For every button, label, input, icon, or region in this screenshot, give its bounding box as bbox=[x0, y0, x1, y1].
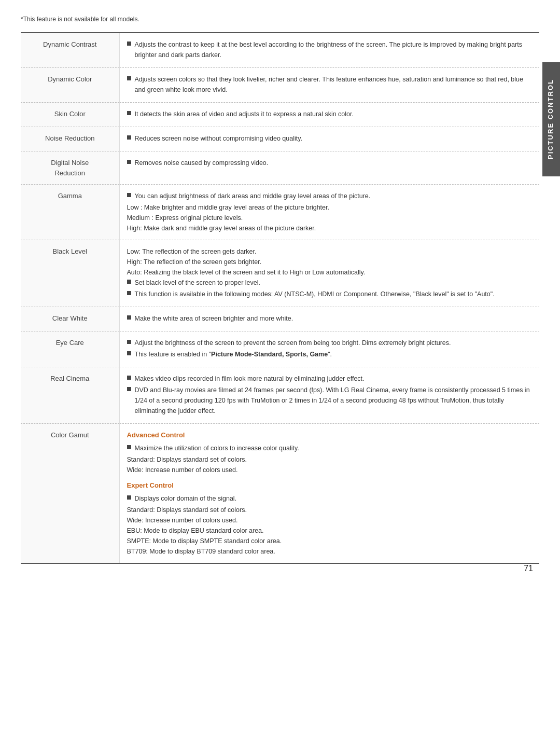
bullet-item: Adjusts the contrast to keep it at the b… bbox=[127, 39, 533, 60]
bullet-text: Set black level of the screen to proper … bbox=[135, 278, 533, 288]
content-line: SMPTE: Mode to display SMPTE standard co… bbox=[127, 536, 533, 546]
bullet-icon bbox=[127, 445, 131, 449]
row-label: Eye Care bbox=[21, 331, 119, 367]
row-content: Make the white area of screen brighter a… bbox=[119, 307, 539, 331]
side-tab: PICTURE CONTROL bbox=[542, 62, 560, 176]
page-number: 71 bbox=[524, 564, 533, 573]
table-row: Black LevelLow: The reflection of the sc… bbox=[21, 240, 539, 307]
content-line: High: Make dark and middle gray level ar… bbox=[127, 223, 533, 233]
content-line: Standard: Displays standard set of color… bbox=[127, 454, 533, 465]
content-line: Low : Make brighter and middle gray leve… bbox=[127, 202, 533, 213]
table-row: Clear WhiteMake the white area of screen… bbox=[21, 307, 539, 331]
row-content: It detects the skin area of video and ad… bbox=[119, 103, 539, 127]
main-table: Dynamic ContrastAdjusts the contrast to … bbox=[21, 32, 539, 564]
content-line: Auto: Realizing the black level of the s… bbox=[127, 267, 533, 278]
row-label: Digital NoiseReduction bbox=[21, 151, 119, 185]
table-row: GammaYou can adjust brightness of dark a… bbox=[21, 185, 539, 240]
bullet-item: Set black level of the screen to proper … bbox=[127, 278, 533, 288]
row-content: Low: The reflection of the screen gets d… bbox=[119, 240, 539, 307]
content-line: EBU: Mode to display EBU standard color … bbox=[127, 525, 533, 536]
bullet-item: It detects the skin area of video and ad… bbox=[127, 109, 533, 119]
table-row: Digital NoiseReductionRemoves noise caus… bbox=[21, 151, 539, 185]
row-content: Makes video clips recorded in film look … bbox=[119, 367, 539, 424]
bullet-item: Adjust the brightness of the screen to p… bbox=[127, 338, 533, 348]
bullet-item: Maximize the utilization of colors to in… bbox=[127, 443, 533, 453]
bullet-icon bbox=[127, 135, 131, 140]
bullet-text: Removes noise caused by compressing vide… bbox=[135, 158, 533, 168]
bullet-text: It detects the skin area of video and ad… bbox=[135, 109, 533, 119]
bullet-text: Displays color domain of the signal. bbox=[135, 493, 533, 504]
bullet-text: You can adjust brightness of dark areas … bbox=[135, 191, 533, 201]
bullet-icon bbox=[127, 111, 131, 115]
bullet-icon bbox=[127, 280, 131, 284]
row-label: Dynamic Color bbox=[21, 68, 119, 103]
row-content: Adjust the brightness of the screen to p… bbox=[119, 331, 539, 367]
row-label: Black Level bbox=[21, 240, 119, 307]
bullet-text: Adjusts the contrast to keep it at the b… bbox=[135, 39, 533, 60]
row-label: Skin Color bbox=[21, 103, 119, 127]
row-label: Real Cinema bbox=[21, 367, 119, 424]
bullet-item: Adjusts screen colors so that they look … bbox=[127, 74, 533, 95]
bullet-item: You can adjust brightness of dark areas … bbox=[127, 191, 533, 201]
table-row: Eye CareAdjust the brightness of the scr… bbox=[21, 331, 539, 367]
content-line: BT709: Mode to display BT709 standard co… bbox=[127, 546, 533, 557]
bullet-text: This function is available in the follow… bbox=[135, 289, 533, 299]
bullet-icon bbox=[127, 193, 131, 197]
table-row: Real CinemaMakes video clips recorded in… bbox=[21, 367, 539, 424]
table-row: Noise ReductionReduces screen noise with… bbox=[21, 127, 539, 151]
bullet-text: Makes video clips recorded in film look … bbox=[135, 374, 533, 384]
bullet-icon bbox=[127, 42, 131, 46]
bullet-item: This feature is enabled in "Picture Mode… bbox=[127, 349, 533, 359]
row-content: Reduces screen noise without compromisin… bbox=[119, 127, 539, 151]
row-content: You can adjust brightness of dark areas … bbox=[119, 185, 539, 240]
table-row: Dynamic ContrastAdjusts the contrast to … bbox=[21, 33, 539, 68]
content-line: Wide: Increase number of colors used. bbox=[127, 515, 533, 525]
table-row: Color GamutAdvanced ControlMaximize the … bbox=[21, 424, 539, 563]
bullet-icon bbox=[127, 315, 131, 320]
bullet-text: This feature is enabled in "Picture Mode… bbox=[135, 349, 533, 359]
bullet-item: Displays color domain of the signal. bbox=[127, 493, 533, 504]
footnote: *This feature is not available for all m… bbox=[21, 16, 539, 23]
row-label: Noise Reduction bbox=[21, 127, 119, 151]
bullet-text: DVD and Blu-ray movies are filmed at 24 … bbox=[135, 385, 533, 416]
content-line: High: The reflection of the screen gets … bbox=[127, 257, 533, 267]
table-row: Skin ColorIt detects the skin area of vi… bbox=[21, 103, 539, 127]
bullet-icon bbox=[127, 160, 131, 164]
row-label: Dynamic Contrast bbox=[21, 33, 119, 68]
table-row: Dynamic ColorAdjusts screen colors so th… bbox=[21, 68, 539, 103]
advanced-control-title: Advanced Control bbox=[127, 430, 533, 441]
bullet-item: Removes noise caused by compressing vide… bbox=[127, 158, 533, 168]
bullet-icon bbox=[127, 76, 131, 80]
bullet-icon bbox=[127, 387, 131, 391]
bullet-icon bbox=[127, 340, 131, 344]
row-content: Removes noise caused by compressing vide… bbox=[119, 151, 539, 185]
bullet-item: Reduces screen noise without compromisin… bbox=[127, 133, 533, 144]
bullet-text: Adjust the brightness of the screen to p… bbox=[135, 338, 533, 348]
content-line: Wide: Increase number of colors used. bbox=[127, 465, 533, 475]
bullet-item: Make the white area of screen brighter a… bbox=[127, 313, 533, 324]
row-label: Clear White bbox=[21, 307, 119, 331]
bullet-item: DVD and Blu-ray movies are filmed at 24 … bbox=[127, 385, 533, 416]
bullet-item: This function is available in the follow… bbox=[127, 289, 533, 299]
expert-control-title: Expert Control bbox=[127, 480, 533, 491]
content-line: Medium : Express original picture levels… bbox=[127, 213, 533, 223]
row-content: Adjusts screen colors so that they look … bbox=[119, 68, 539, 103]
bullet-text: Reduces screen noise without compromisin… bbox=[135, 133, 533, 144]
bullet-text: Maximize the utilization of colors to in… bbox=[135, 443, 533, 453]
page-wrapper: *This feature is not available for all m… bbox=[0, 0, 560, 585]
bullet-text: Make the white area of screen brighter a… bbox=[135, 313, 533, 324]
content-line: Standard: Displays standard set of color… bbox=[127, 505, 533, 515]
bullet-icon bbox=[127, 376, 131, 380]
bullet-icon bbox=[127, 351, 131, 355]
bullet-icon bbox=[127, 495, 131, 500]
bullet-item: Makes video clips recorded in film look … bbox=[127, 374, 533, 384]
row-content: Adjusts the contrast to keep it at the b… bbox=[119, 33, 539, 68]
row-label: Gamma bbox=[21, 185, 119, 240]
row-label: Color Gamut bbox=[21, 424, 119, 563]
content-line: Low: The reflection of the screen gets d… bbox=[127, 246, 533, 257]
bullet-icon bbox=[127, 291, 131, 295]
row-content: Advanced ControlMaximize the utilization… bbox=[119, 424, 539, 563]
bullet-text: Adjusts screen colors so that they look … bbox=[135, 74, 533, 95]
